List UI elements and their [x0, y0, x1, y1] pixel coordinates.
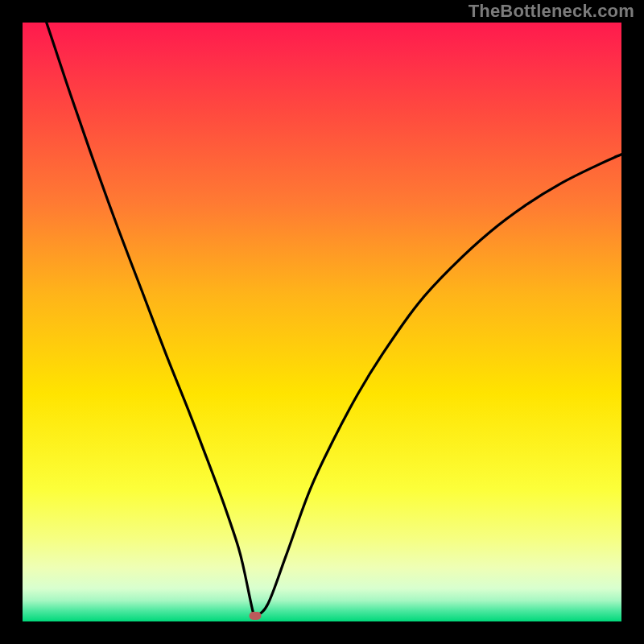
chart-frame: TheBottleneck.com	[0, 0, 644, 644]
optimal-marker	[249, 612, 261, 620]
plot-area	[23, 23, 621, 621]
watermark-text: TheBottleneck.com	[469, 0, 634, 23]
bottleneck-curve	[23, 23, 621, 621]
